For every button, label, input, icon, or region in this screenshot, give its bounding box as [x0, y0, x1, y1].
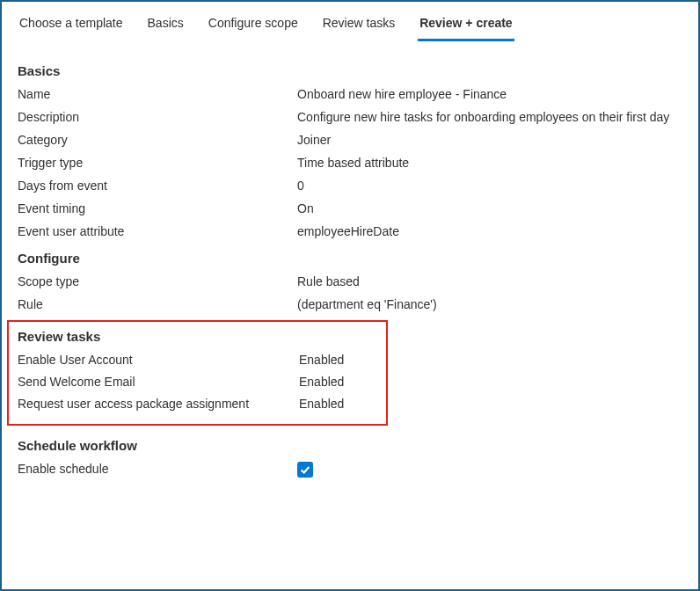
- value-enable-schedule: [297, 462, 682, 478]
- row-trigger-type: Trigger type Time based attribute: [18, 156, 682, 170]
- tab-basics[interactable]: Basics: [146, 12, 186, 41]
- checkmark-icon: [299, 463, 311, 476]
- value-days-from-event: 0: [297, 179, 682, 193]
- value-scope-type: Rule based: [297, 274, 682, 288]
- review-content: Basics Name Onboard new hire employee - …: [2, 42, 698, 478]
- label-description: Description: [18, 110, 297, 124]
- section-title-configure: Configure: [18, 251, 682, 266]
- row-rule: Rule (department eq 'Finance'): [18, 297, 682, 311]
- value-description: Configure new hire tasks for onboarding …: [297, 110, 682, 124]
- row-task-welcome-email: Send Welcome Email Enabled: [18, 375, 377, 389]
- row-task-enable-user-account: Enable User Account Enabled: [18, 353, 377, 367]
- section-title-schedule: Schedule workflow: [18, 438, 682, 453]
- label-event-user-attribute: Event user attribute: [18, 224, 297, 238]
- label-task-welcome-email: Send Welcome Email: [18, 375, 299, 389]
- section-title-basics: Basics: [18, 63, 682, 78]
- label-category: Category: [18, 133, 297, 147]
- label-event-timing: Event timing: [18, 201, 297, 215]
- row-category: Category Joiner: [18, 133, 682, 147]
- row-scope-type: Scope type Rule based: [18, 274, 682, 288]
- row-event-timing: Event timing On: [18, 201, 682, 215]
- label-rule: Rule: [18, 297, 297, 311]
- schedule-section: Schedule workflow Enable schedule: [18, 438, 682, 478]
- label-task-enable-user-account: Enable User Account: [18, 353, 299, 367]
- tab-review-tasks[interactable]: Review tasks: [321, 12, 397, 41]
- label-days-from-event: Days from event: [18, 179, 297, 193]
- tab-review-create[interactable]: Review + create: [418, 12, 514, 41]
- tab-configure-scope[interactable]: Configure scope: [207, 12, 300, 41]
- value-event-user-attribute: employeeHireDate: [297, 224, 682, 238]
- label-task-access-package: Request user access package assignment: [18, 397, 299, 411]
- enable-schedule-checkbox[interactable]: [297, 462, 313, 478]
- row-enable-schedule: Enable schedule: [18, 462, 682, 478]
- value-task-welcome-email: Enabled: [299, 375, 377, 389]
- value-trigger-type: Time based attribute: [297, 156, 682, 170]
- row-name: Name Onboard new hire employee - Finance: [18, 87, 682, 101]
- value-name: Onboard new hire employee - Finance: [297, 87, 682, 101]
- label-scope-type: Scope type: [18, 274, 297, 288]
- value-rule: (department eq 'Finance'): [297, 297, 682, 311]
- row-event-user-attribute: Event user attribute employeeHireDate: [18, 224, 682, 238]
- value-category: Joiner: [297, 133, 682, 147]
- row-description: Description Configure new hire tasks for…: [18, 110, 682, 124]
- label-enable-schedule: Enable schedule: [18, 462, 297, 476]
- label-trigger-type: Trigger type: [18, 156, 297, 170]
- row-days-from-event: Days from event 0: [18, 179, 682, 193]
- value-task-access-package: Enabled: [299, 397, 377, 411]
- value-task-enable-user-account: Enabled: [299, 353, 377, 367]
- wizard-tabs: Choose a template Basics Configure scope…: [2, 2, 698, 42]
- value-event-timing: On: [297, 201, 682, 215]
- section-title-review-tasks: Review tasks: [18, 329, 377, 344]
- row-task-access-package: Request user access package assignment E…: [18, 397, 377, 411]
- label-name: Name: [18, 87, 297, 101]
- review-tasks-highlight: Review tasks Enable User Account Enabled…: [7, 320, 388, 426]
- tab-choose-template[interactable]: Choose a template: [18, 12, 125, 41]
